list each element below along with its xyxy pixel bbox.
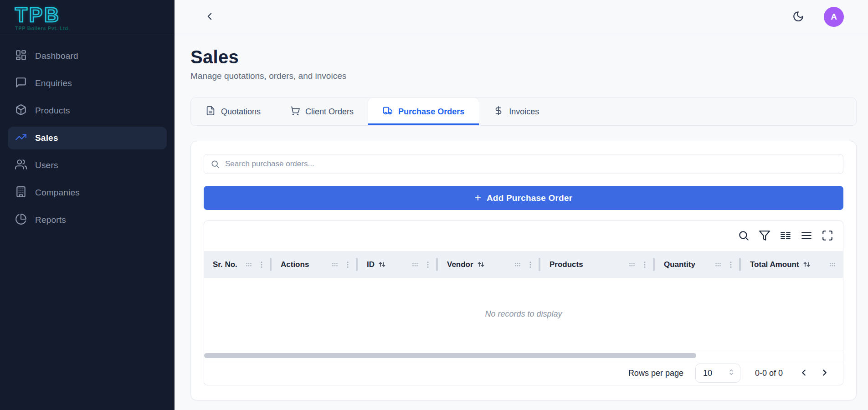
sidebar-item-users[interactable]: Users [8,154,167,177]
plus-icon [475,192,481,204]
brand-logo-text: TPB [15,5,175,26]
column-resize-handle[interactable] [539,258,540,271]
chevron-left-icon [204,10,216,24]
pagination-range-text: 0-0 of 0 [755,369,783,378]
column-menu-icon[interactable] [641,261,649,269]
rows-per-page-select[interactable]: 10 [695,364,740,383]
column-resize-handle[interactable] [356,258,358,271]
table-empty-state: No records to display [204,278,843,350]
previous-page-button[interactable] [796,365,812,381]
column-label: Products [550,260,583,269]
table-header-row: Sr. No. Actions ID [204,251,843,278]
search-input[interactable] [204,154,843,174]
brand-tagline: TPP Boilers Pvt. Ltd. [15,26,175,31]
next-page-button[interactable] [817,365,833,381]
sort-icon[interactable] [377,260,387,269]
app-root: TPB TPP Boilers Pvt. Ltd. Dashboard Enqu… [0,0,868,410]
scrollbar-thumb[interactable] [204,353,696,358]
column-menu-icon[interactable] [727,261,735,269]
cart-icon [290,106,300,118]
sidebar-item-reports[interactable]: Reports [8,209,167,231]
horizontal-scrollbar [204,350,843,361]
users-icon [15,159,27,172]
tab-quotations[interactable]: Quotations [191,98,275,125]
sidebar-item-dashboard[interactable]: Dashboard [8,45,167,67]
pie-chart-icon [15,213,27,227]
tab-purchase-orders[interactable]: Purchase Orders [368,98,479,125]
column-resize-handle[interactable] [436,258,438,271]
drag-grip-icon[interactable] [514,261,522,269]
column-header-quantity[interactable]: Quantity [655,251,741,278]
table-filter-button[interactable] [755,227,774,245]
purchase-orders-table: Sr. No. Actions ID [204,220,843,385]
column-resize-handle[interactable] [270,258,272,271]
tab-client-orders[interactable]: Client Orders [275,98,368,125]
topbar-actions: A [789,7,844,27]
table-toolbar [204,221,843,251]
back-button[interactable] [200,8,219,26]
table-columns-button[interactable] [776,227,795,245]
avatar[interactable]: A [824,7,844,27]
drag-grip-icon[interactable] [411,261,419,269]
drag-grip-icon[interactable] [245,261,253,269]
sidebar-item-label: Dashboard [35,51,78,61]
column-label: Total Amount [750,260,799,269]
table-fullscreen-button[interactable] [818,227,837,245]
truck-icon [383,106,393,118]
drag-grip-icon[interactable] [331,261,339,269]
table-search-button[interactable] [734,227,753,245]
dollar-icon [493,106,503,118]
column-menu-icon[interactable] [344,261,352,269]
tab-label: Purchase Orders [398,107,464,117]
tab-invoices[interactable]: Invoices [479,98,554,125]
tab-label: Quotations [221,107,261,117]
density-icon [801,230,812,243]
drag-grip-icon[interactable] [628,261,636,269]
tab-label: Client Orders [305,107,354,117]
sidebar-item-label: Products [35,106,70,116]
column-resize-handle[interactable] [653,258,655,271]
sort-icon[interactable] [476,260,486,269]
page-title: Sales [190,47,857,67]
sidebar: TPB TPP Boilers Pvt. Ltd. Dashboard Enqu… [0,0,175,410]
search-box [204,154,843,174]
column-header-id[interactable]: ID [358,251,438,278]
message-icon [15,77,27,90]
column-menu-icon[interactable] [424,261,432,269]
table-pagination: Rows per page 10 0-0 of 0 [204,361,843,385]
column-header-total-amount[interactable]: Total Amount [741,251,843,278]
trending-up-icon [15,131,27,145]
sidebar-item-sales[interactable]: Sales [8,127,167,149]
column-header-actions[interactable]: Actions [272,251,358,278]
add-button-label: Add Purchase Order [487,193,572,203]
sidebar-item-enquiries[interactable]: Enquiries [8,72,167,95]
column-menu-icon[interactable] [526,261,534,269]
column-label: Sr. No. [213,260,237,269]
file-text-icon [205,106,216,118]
add-purchase-order-button[interactable]: Add Purchase Order [204,186,843,210]
table-density-button[interactable] [797,227,816,245]
drag-grip-icon[interactable] [828,261,837,269]
column-header-products[interactable]: Products [541,251,655,278]
fullscreen-icon [822,230,833,243]
sidebar-item-label: Enquiries [35,78,72,88]
main-content: Sales Manage quotations, orders, and inv… [175,34,868,410]
tab-label: Invoices [509,107,539,117]
sidebar-item-label: Reports [35,215,66,225]
sidebar-item-companies[interactable]: Companies [8,181,167,204]
column-resize-handle[interactable] [739,258,741,271]
column-header-vendor[interactable]: Vendor [438,251,541,278]
sort-icon[interactable] [802,260,812,269]
topbar: A [175,0,868,34]
drag-grip-icon[interactable] [714,261,722,269]
dark-mode-toggle[interactable] [789,8,807,26]
chevron-left-icon [799,368,809,379]
column-label: Vendor [447,260,473,269]
search-icon [738,230,750,243]
column-menu-icon[interactable] [257,261,266,269]
rows-per-page-value: 10 [703,369,712,378]
column-header-sr-no[interactable]: Sr. No. [204,251,272,278]
sidebar-item-products[interactable]: Products [8,99,167,122]
page-subtitle: Manage quotations, orders, and invoices [190,71,857,81]
column-label: ID [367,260,375,269]
